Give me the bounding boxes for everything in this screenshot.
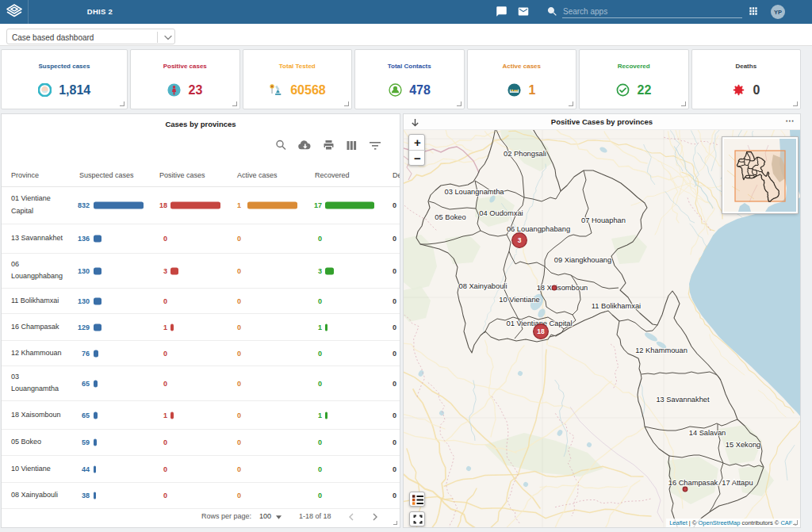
svg-text:05 Bokeo: 05 Bokeo <box>435 213 465 221</box>
svg-text:10 Vientiane: 10 Vientiane <box>499 296 540 304</box>
svg-text:3: 3 <box>518 236 522 244</box>
svg-text:03 Louangnamtha: 03 Louangnamtha <box>445 188 505 196</box>
svg-text:02 Phongsali: 02 Phongsali <box>504 150 546 158</box>
svg-text:07 Houaphan: 07 Houaphan <box>581 216 626 224</box>
svg-text:15 Xekong: 15 Xekong <box>726 441 760 449</box>
svg-text:06 Louangphabang: 06 Louangphabang <box>507 225 570 233</box>
svg-text:16 Champasak: 16 Champasak <box>668 479 718 487</box>
svg-text:12 Khammouan: 12 Khammouan <box>635 346 688 354</box>
svg-text:13 Savannakhet: 13 Savannakhet <box>656 396 710 404</box>
svg-text:17 Attapu: 17 Attapu <box>722 479 753 487</box>
svg-text:04 Oudomxai: 04 Oudomxai <box>479 209 523 217</box>
svg-text:18: 18 <box>537 327 545 335</box>
svg-text:14 Salavan: 14 Salavan <box>689 429 726 437</box>
svg-text:11 Bolikhamxai: 11 Bolikhamxai <box>592 302 641 310</box>
svg-text:09 Xiangkhouang: 09 Xiangkhouang <box>554 256 611 264</box>
svg-text:18 Xaisomboun: 18 Xaisomboun <box>537 284 588 292</box>
svg-text:08 Xainyabouli: 08 Xainyabouli <box>459 282 508 290</box>
